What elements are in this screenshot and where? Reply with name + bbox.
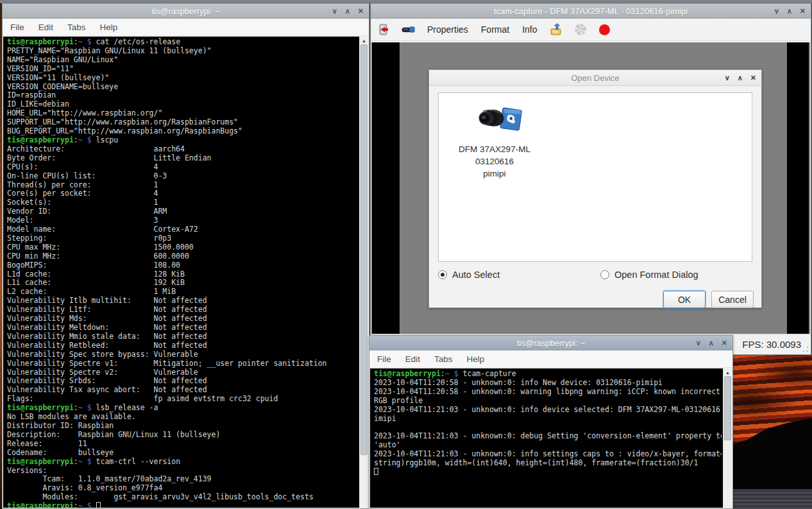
menu-item-help[interactable]: Help [467,354,485,364]
terminal-line: CPU min MHz: 600.0000 [7,252,358,261]
quit-icon[interactable] [377,22,391,37]
terminal-line: tis@raspberrypi:~ $ cat /etc/os-release [7,38,358,47]
terminal-line [374,423,722,432]
maximize-icon[interactable]: ∧ [738,74,743,82]
tcam-window-title: tcam-capture - DFM 37AX297-ML - 03120616… [494,6,688,16]
terminal-line: PRETTY_NAME="Raspbian GNU/Linux 11 (bull… [7,47,358,56]
terminal-line: L1d cache: 128 KiB [7,270,358,279]
minimize-icon[interactable]: ∨ [725,74,730,82]
scrollbar-thumb[interactable] [360,44,368,455]
open-format-dialog-radio[interactable]: Open Format Dialog [600,270,698,280]
resize-grip-icon[interactable] [802,346,809,352]
scroll-up-icon[interactable]: ▲ [360,37,368,44]
device-list: DFM 37AX297-ML 03120616 pimipi [438,92,752,262]
close-icon[interactable]: ✕ [750,74,756,82]
menu-item-file[interactable]: File [10,22,24,32]
terminal-line: Release: 11 [7,440,358,449]
open-mode-radio-group: Auto Select Open Format Dialog [438,270,752,286]
terminal-line: Vulnerability L1tf: Not affected [7,306,358,315]
maximize-icon[interactable]: ∧ [709,340,714,347]
terminal-cursor [96,502,101,508]
tcam-toolbar: Properties Format Info [371,19,811,41]
maximize-icon[interactable]: ∧ [345,8,350,15]
save-image-icon[interactable] [549,22,563,37]
terminal-line: Byte Order: Little Endian [7,154,358,163]
device-backend: pimipi [446,168,543,180]
menu-item-tabs[interactable]: Tabs [434,354,453,364]
minimize-icon[interactable]: ∨ [696,340,701,347]
terminal-line: SUPPORT_URL="http://www.raspbian.org/Ras… [7,118,358,127]
fps-readout: FPS: 30.0093 [742,339,801,350]
format-button[interactable]: Format [480,23,511,36]
terminal-line: Vulnerability Retbleed: Not affected [7,341,358,350]
desktop-wallpaper-sunset [733,355,812,509]
open-device-icon[interactable] [402,22,416,37]
terminal-titlebar[interactable]: tis@raspberrypi: ~ ∨ ∧ ✕ [3,4,369,19]
terminal-scrollbar[interactable]: ▲ [723,368,732,508]
tcam-titlebar[interactable]: tcam-capture - DFM 37AX297-ML - 03120616… [371,4,811,19]
menu-item-edit[interactable]: Edit [38,22,53,32]
terminal-line: Model name: Cortex-A72 [7,225,358,234]
menu-item-edit[interactable]: Edit [405,354,420,364]
terminal-line: VERSION="11 (bullseye)" [7,74,358,83]
terminal-line: Architecture: aarch64 [7,145,358,154]
terminal-line: tis@raspberrypi:~ $ lscpu [7,136,358,145]
terminal-line: Vendor ID: ARM [7,207,358,216]
terminal-line: L2 cache: 1 MiB [7,288,358,297]
terminal-line: NAME="Raspbian GNU/Linux" [7,56,358,65]
terminal-line: Codename: bullseye [7,449,358,458]
terminal-line: imipi [374,415,722,424]
terminal-output: tis@raspberrypi:~ $ cat /etc/os-releaseP… [7,38,358,508]
dialog-titlebar[interactable]: Open Device ∨ ∧ ✕ [429,70,761,86]
menu-item-help[interactable]: Help [100,22,118,32]
terminal-scrollbar[interactable]: ▲ [359,37,368,508]
menu-item-tabs[interactable]: Tabs [67,22,86,32]
terminal-title: tis@raspberrypi: ~ [517,338,585,348]
close-icon[interactable]: ✕ [358,8,364,15]
minimize-icon[interactable]: ∨ [774,8,779,15]
terminal-line: 2023-10-04T11:21:03 - unknown:0: info de… [374,406,722,415]
terminal-screen[interactable]: tis@raspberrypi:~ $ cat /etc/os-releaseP… [3,37,368,508]
terminal-line: tis@raspberrypi:~ $ tcam-ctrl --version [7,458,358,467]
terminal-line [374,468,722,477]
device-serial: 03120616 [446,155,543,168]
terminal-titlebar[interactable]: tis@raspberrypi: ~ ∨ ∧ ✕ [369,336,732,350]
terminal-line: tis@raspberrypi:~ $ lsb_release -a [7,404,358,413]
snapshot-shutter-icon[interactable] [573,22,588,37]
terminal-line: Distributor ID: Raspbian [7,422,358,431]
terminal-output: tis@raspberrypi:~ $ tcam-capture2023-10-… [374,370,722,508]
terminal-line: Modules: gst_aravis_arvu3v_v4l2_libusb_t… [7,493,358,502]
ok-button[interactable]: OK [663,291,706,308]
terminal-line: tis@raspberrypi:~ $ [7,502,358,508]
terminal-line: Vulnerability Spec store bypass: Vulnera… [7,350,358,359]
menu-item-file[interactable]: File [377,354,391,364]
terminal-line: Vulnerability Mmio stale data: Not affec… [7,332,358,341]
terminal-line: Flags: fp asimd evtstrm crc32 cpuid [7,395,358,404]
terminal-screen[interactable]: tis@raspberrypi:~ $ tcam-capture2023-10-… [370,368,732,508]
properties-button[interactable]: Properties [426,23,469,36]
radio-circle-icon [600,270,609,279]
terminal-line: CPU max MHz: 1500.0000 [7,243,358,252]
left-terminal-window: tis@raspberrypi: ~ ∨ ∧ ✕ FileEditTabsHel… [2,3,369,509]
auto-select-label: Auto Select [452,270,500,280]
record-icon[interactable] [598,22,612,37]
wallpaper-mountain-silhouette [733,355,812,509]
terminal-menubar: FileEditTabsHelp [369,350,732,368]
close-icon[interactable]: ✕ [800,8,806,15]
info-button[interactable]: Info [521,23,538,36]
terminal-title: tis@raspberrypi: ~ [151,6,219,16]
device-list-item[interactable]: DFM 37AX297-ML 03120616 pimipi [446,102,543,180]
terminal-line: tis@raspberrypi:~ $ tcam-capture [374,370,722,379]
minimize-icon[interactable]: ∨ [332,8,337,15]
close-icon[interactable]: ✕ [722,340,727,347]
dialog-title: Open Device [571,73,619,83]
terminal-line: Vulnerability Spectre v2: Vulnerable [7,368,358,377]
scroll-up-icon[interactable]: ▲ [723,369,732,375]
terminal-line: No LSB modules are available. [7,413,358,422]
maximize-icon[interactable]: ∧ [787,8,792,15]
auto-select-radio[interactable]: Auto Select [438,270,500,280]
cancel-button[interactable]: Cancel [711,291,754,308]
wallpaper-water [733,489,812,509]
scrollbar-thumb[interactable] [724,376,731,440]
terminal-line: 2023-10-04T11:21:03 - unknown:0: debug S… [374,432,722,441]
